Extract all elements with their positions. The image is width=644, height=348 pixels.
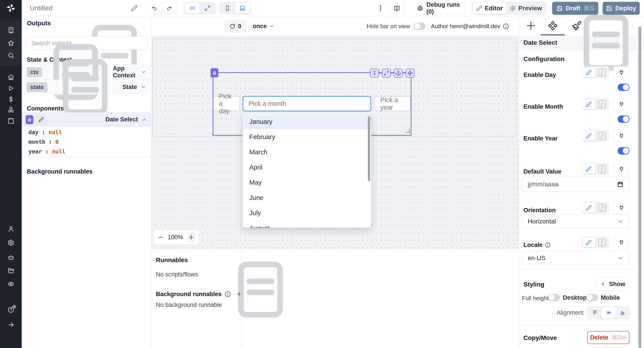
refresh-interval-select[interactable]: once (253, 20, 275, 32)
year-select-input[interactable]: Pick a year (374, 96, 411, 111)
month-option[interactable]: May (242, 175, 371, 190)
month-select-input[interactable]: Pick a month (242, 96, 371, 112)
redo-button[interactable] (162, 3, 177, 14)
sidebar-item-audit-logs[interactable] (0, 281, 22, 288)
centered-layout-button[interactable] (185, 3, 200, 14)
tab-preview[interactable]: Preview (507, 2, 545, 14)
sidebar-item-users[interactable] (0, 226, 22, 232)
sidebar-expand-button[interactable] (0, 322, 22, 328)
month-option[interactable]: January (242, 114, 371, 129)
document-icon[interactable] (572, 9, 640, 76)
tab-editor[interactable]: Editor (473, 2, 506, 14)
chevron-down-icon[interactable] (141, 84, 146, 90)
zoom-in-button[interactable] (187, 232, 195, 242)
docs-button[interactable] (389, 2, 404, 14)
refresh-button[interactable]: 0 (225, 20, 246, 32)
panel-scrollbar[interactable] (638, 26, 641, 348)
align-top-button[interactable] (588, 307, 602, 318)
month-option[interactable]: August (242, 220, 371, 228)
add-background-runnable-button[interactable] (234, 289, 244, 299)
static-input-button[interactable] (582, 67, 595, 78)
move-component-handle[interactable] (406, 69, 414, 78)
static-input-button[interactable] (582, 203, 595, 213)
sidebar-item-runs[interactable] (0, 85, 22, 92)
sidebar-item-home[interactable] (0, 74, 22, 80)
static-input-button[interactable] (582, 99, 595, 109)
align-bottom-button[interactable] (616, 307, 630, 318)
sidebar-item-favorites[interactable] (0, 40, 22, 46)
output-row-state[interactable]: state State (22, 80, 152, 94)
desktop-mobile-toggle[interactable] (586, 294, 598, 301)
component-resize-handle[interactable] (406, 129, 410, 133)
static-input-button[interactable] (582, 131, 595, 141)
sidebar-item-resources[interactable] (0, 106, 22, 113)
app-canvas[interactable]: a Pick a day Pick a month Pick a year Ja… (152, 36, 519, 249)
month-option[interactable]: February (242, 129, 371, 144)
sidebar-item-schedules[interactable] (0, 118, 22, 124)
info-icon[interactable] (545, 242, 550, 248)
sidebar-item-workers[interactable] (0, 254, 22, 260)
static-input-button[interactable] (582, 164, 595, 174)
windmill-logo-icon[interactable] (6, 3, 16, 13)
component-badge[interactable]: a (211, 68, 218, 77)
eval-input-button[interactable]: f (595, 204, 608, 212)
tab-insert-component[interactable] (526, 20, 536, 31)
delete-component-button[interactable]: Delete ⌘Del (587, 331, 630, 344)
month-option[interactable]: July (242, 205, 371, 220)
sidebar-item-search[interactable] (0, 52, 22, 59)
show-styling-button[interactable]: Show (596, 277, 630, 291)
day-select-input[interactable]: Pick a day (213, 96, 240, 111)
eval-input-button[interactable]: f (595, 69, 608, 76)
sidebar-item-workspace[interactable] (0, 27, 22, 34)
rename-component-button[interactable] (36, 115, 47, 124)
enable-day-toggle[interactable] (618, 84, 630, 91)
debug-runs-button[interactable]: Debug runs (0) (417, 2, 465, 14)
edit-title-pencil-icon[interactable] (131, 5, 138, 12)
desktop-view-button[interactable] (235, 3, 250, 14)
align-center-button[interactable] (602, 307, 616, 318)
full-width-button[interactable] (200, 3, 215, 14)
mobile-view-button[interactable] (220, 3, 234, 14)
chevron-up-icon[interactable] (142, 117, 147, 122)
eval-input-button[interactable]: f (595, 132, 608, 140)
field-label-default-value: Default Value (524, 168, 562, 175)
enable-year-toggle[interactable] (618, 147, 630, 154)
undo-button[interactable] (147, 3, 162, 14)
anchor-component-handle[interactable] (394, 69, 403, 78)
hide-bar-toggle[interactable] (414, 22, 426, 30)
eval-input-button[interactable]: f (595, 100, 608, 108)
expand-component-handle[interactable] (382, 69, 391, 78)
calendar-icon[interactable] (617, 181, 624, 188)
connect-input-button[interactable] (613, 202, 630, 214)
connect-input-button[interactable] (613, 236, 630, 248)
component-row-date-select[interactable]: a Date Select (22, 112, 152, 126)
connect-input-button[interactable] (613, 130, 630, 142)
orientation-select[interactable]: Horizontal (522, 214, 630, 228)
month-option[interactable]: June (242, 190, 371, 205)
component-id-badge[interactable]: a (26, 115, 33, 124)
enable-month-toggle[interactable] (618, 116, 630, 123)
eval-input-button[interactable]: f (595, 239, 608, 246)
zoom-out-button[interactable] (158, 234, 164, 240)
chevron-down-icon (269, 23, 275, 29)
info-icon[interactable] (503, 23, 509, 29)
info-icon[interactable] (225, 291, 231, 297)
sidebar-item-folders[interactable] (0, 267, 22, 274)
connect-input-button[interactable] (613, 163, 630, 175)
full-height-toggle[interactable] (548, 294, 560, 301)
static-input-button[interactable] (582, 237, 595, 247)
connect-input-button[interactable] (613, 98, 630, 110)
sidebar-item-variables[interactable] (0, 96, 22, 102)
dropdown-scrollbar[interactable] (368, 116, 370, 181)
locale-select[interactable]: en-US (522, 251, 630, 265)
connect-input-button[interactable] (613, 66, 630, 78)
eval-input-button[interactable]: f (595, 165, 608, 173)
month-option[interactable]: April (242, 160, 371, 175)
sidebar-item-settings[interactable] (0, 239, 22, 246)
month-option[interactable]: March (242, 144, 371, 160)
sidebar-item-help[interactable] (0, 306, 22, 313)
tab-component-settings[interactable] (548, 20, 558, 31)
more-menu-kebab-icon[interactable] (377, 4, 384, 12)
auto-height-handle[interactable] (370, 69, 379, 78)
default-value-date-input[interactable]: jj/mm/aaaa (522, 177, 630, 192)
